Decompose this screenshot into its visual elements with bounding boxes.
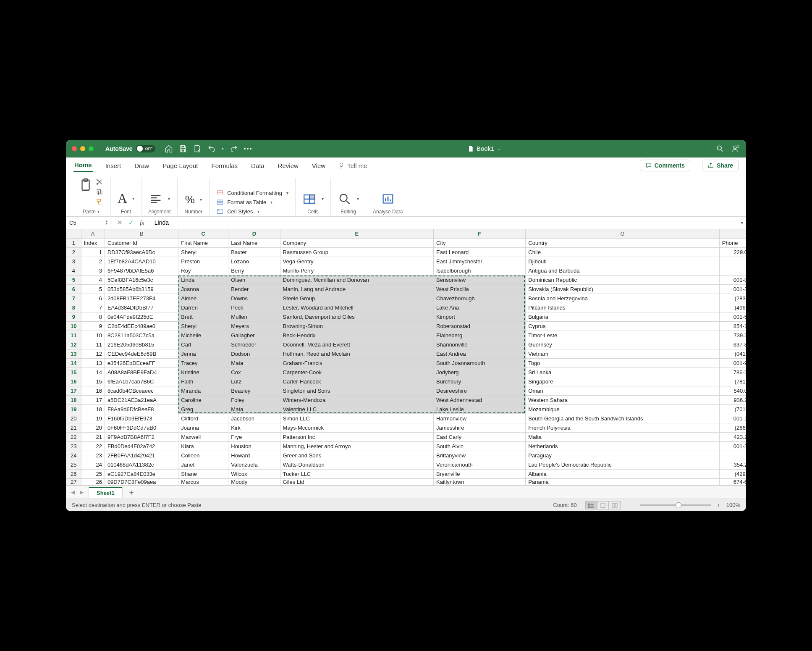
cell[interactable]: Greg (178, 405, 228, 414)
zoom-in-button[interactable]: + (715, 502, 722, 508)
cell[interactable]: Harmonview (434, 414, 526, 423)
row-header[interactable]: 18 (66, 396, 81, 405)
cancel-formula-icon[interactable]: ✕ (117, 219, 123, 226)
cell[interactable]: East Leonard (434, 248, 526, 257)
cell[interactable]: Dominican Republic (526, 276, 720, 285)
cell[interactable]: Lake Leslie (434, 405, 526, 414)
chevron-down-icon[interactable]: ▾ (357, 197, 359, 201)
cell[interactable]: Darren (178, 303, 228, 312)
cell[interactable]: Berry (228, 266, 280, 276)
cell[interactable]: City (434, 239, 526, 248)
cell[interactable]: South Georgia and the South Sandwich Isl… (526, 414, 720, 423)
tab-data[interactable]: Data (250, 160, 265, 172)
cell[interactable]: Sheryl (178, 248, 228, 257)
cell[interactable]: Kaitlyntown (434, 479, 526, 486)
share-button[interactable]: Share (702, 160, 739, 171)
undo-icon[interactable] (207, 144, 216, 153)
col-header-a[interactable]: A (81, 229, 105, 239)
cell[interactable]: Simon LLC (280, 414, 433, 423)
cell[interactable]: 11 (81, 340, 105, 349)
cell[interactable]: Mays-Mccormick (280, 423, 433, 433)
cell[interactable]: Watts-Donaldson (280, 460, 433, 470)
cell[interactable]: Timor-Leste (526, 331, 720, 340)
cell[interactable]: Baxter (228, 248, 280, 257)
cell[interactable]: Lutz (228, 377, 280, 386)
cell[interactable]: 6 (81, 294, 105, 303)
cell[interactable]: Jenna (178, 349, 228, 359)
cell[interactable]: Colleen (178, 451, 228, 460)
spreadsheet-grid[interactable]: A B C D E F G 1IndexCustomer IdFirst Nam… (66, 229, 746, 486)
cell[interactable]: (496) (719, 303, 746, 312)
cell[interactable] (719, 257, 746, 266)
cell[interactable]: 053d585Ab6b3159 (105, 285, 178, 294)
cell[interactable]: Mozambique (526, 405, 720, 414)
cell[interactable]: EA4d384DfDbBf77 (105, 303, 178, 312)
tab-home[interactable]: Home (73, 159, 93, 172)
cell[interactable]: 2d08FB17EE273F4 (105, 294, 178, 303)
cell[interactable]: 1Ef7b82A4CAAD10 (105, 257, 178, 266)
cell[interactable]: Hoffman, Reed and Mcclain (280, 349, 433, 359)
chevron-down-icon[interactable]: ▾ (200, 197, 202, 202)
cell[interactable]: Valenzuela (228, 460, 280, 470)
cell[interactable]: e35426EbDEceaFF (105, 359, 178, 368)
cell[interactable]: 001-1 (719, 414, 746, 423)
cell[interactable]: 229.0 (719, 248, 746, 257)
row-header[interactable]: 7 (66, 294, 81, 303)
cell[interactable]: Singleton and Sons (280, 386, 433, 396)
cell[interactable]: Joanna (178, 423, 228, 433)
tab-review[interactable]: Review (277, 160, 299, 172)
cell[interactable]: Bender (228, 285, 280, 294)
tab-formulas[interactable]: Formulas (210, 160, 238, 172)
cell[interactable]: 001-9 (719, 359, 746, 368)
cell[interactable]: East Carly (434, 433, 526, 442)
cell[interactable]: 16 (81, 386, 105, 396)
row-header[interactable]: 1 (66, 239, 81, 248)
row-header[interactable]: 24 (66, 451, 81, 460)
cell[interactable]: Meyers (228, 322, 280, 331)
cell[interactable]: 0F60FF3DdCd7aB0 (105, 423, 178, 433)
cell[interactable]: Marcus (178, 479, 228, 486)
cell[interactable]: 786-2 (719, 368, 746, 377)
cell[interactable]: Carl (178, 340, 228, 349)
cell[interactable]: Sanford, Davenport and Giles (280, 312, 433, 322)
cell[interactable]: DD37Cf93aecA6Dc (105, 248, 178, 257)
cell[interactable] (719, 266, 746, 276)
cell[interactable]: Peck (228, 303, 280, 312)
col-header-f[interactable]: F (434, 229, 526, 239)
row-header[interactable]: 3 (66, 257, 81, 266)
cell[interactable]: Netherlands (526, 442, 720, 451)
comments-button[interactable]: Comments (640, 160, 690, 171)
cell[interactable]: 2FB0FAA1d429421 (105, 451, 178, 460)
cell[interactable]: Robersonstad (434, 322, 526, 331)
formula-expand-icon[interactable]: ▼ (738, 217, 746, 229)
col-header-g[interactable]: G (526, 229, 720, 239)
tell-me[interactable]: Tell me (338, 162, 367, 169)
cell[interactable]: Chavezborough (434, 294, 526, 303)
cell[interactable]: 001-2 (719, 442, 746, 451)
cell[interactable]: 2 (81, 257, 105, 266)
cell[interactable]: A08A8aF8BE9FaD4 (105, 368, 178, 377)
cell[interactable]: Bulgaria (526, 312, 720, 322)
cell[interactable]: 24 (81, 460, 105, 470)
row-header[interactable]: 20 (66, 414, 81, 423)
name-box[interactable]: C5 ▲▼ (66, 217, 112, 229)
tab-view[interactable]: View (311, 160, 326, 172)
cell[interactable]: 8cad0b4CBceaeec (105, 386, 178, 396)
row-header[interactable]: 6 (66, 285, 81, 294)
cell[interactable]: Olsen (228, 276, 280, 285)
cell[interactable]: 25 (81, 470, 105, 479)
cell[interactable]: 010468dAA11382c (105, 460, 178, 470)
cell[interactable]: Moody (228, 479, 280, 486)
fx-icon[interactable]: fx (140, 219, 144, 226)
row-header[interactable]: 8 (66, 303, 81, 312)
cell[interactable]: 4 (81, 276, 105, 285)
account-icon[interactable] (732, 144, 740, 153)
cell[interactable]: Brett (178, 312, 228, 322)
cell[interactable]: East Andrea (434, 349, 526, 359)
cell[interactable]: Bosnia and Herzegovina (526, 294, 720, 303)
cell[interactable]: Western Sahara (526, 396, 720, 405)
cell[interactable]: Djibouti (526, 257, 720, 266)
cell[interactable]: 1 (81, 248, 105, 257)
cell[interactable]: Isabelborough (434, 266, 526, 276)
cell[interactable]: 20 (81, 423, 105, 433)
